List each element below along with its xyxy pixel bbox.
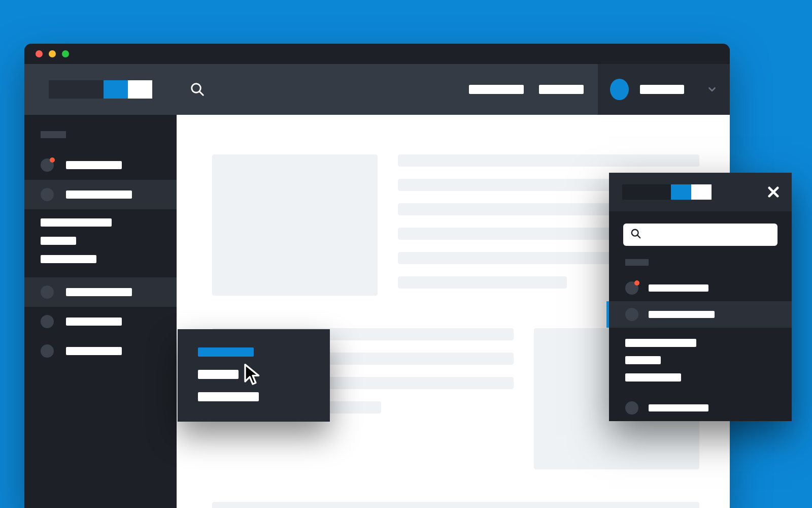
logo-segment-accent	[671, 184, 691, 200]
sidebar-item-label	[66, 190, 132, 199]
mini-panel-header	[609, 173, 792, 211]
mini-link[interactable]	[625, 373, 681, 382]
context-menu-item[interactable]	[198, 347, 254, 357]
header-bar	[24, 64, 730, 115]
avatar-icon	[625, 308, 638, 321]
chevron-down-icon	[706, 84, 718, 95]
titlebar	[24, 44, 730, 64]
logo[interactable]	[49, 80, 152, 99]
close-window-button[interactable]	[36, 50, 43, 57]
mini-panel-body	[609, 211, 792, 421]
sidebar-link[interactable]	[41, 237, 76, 245]
logo-cell	[24, 64, 177, 115]
sidebar-contact-2[interactable]	[24, 180, 177, 209]
text-line	[398, 276, 567, 289]
mini-panel	[609, 173, 792, 421]
sidebar-heading	[41, 131, 66, 138]
sidebar-contact-4[interactable]	[24, 307, 177, 336]
mini-search-input[interactable]	[623, 224, 777, 246]
logo-segment-accent	[104, 80, 128, 99]
user-avatar	[610, 79, 629, 100]
sidebar-link[interactable]	[41, 255, 96, 263]
zoom-window-button[interactable]	[62, 50, 69, 57]
mini-item-label	[649, 284, 708, 292]
avatar-icon	[41, 344, 54, 358]
avatar-icon	[41, 158, 54, 172]
context-menu-item[interactable]	[198, 370, 239, 379]
mini-item-label	[649, 404, 708, 411]
text-line	[398, 154, 699, 167]
logo-segment-dark	[622, 184, 671, 200]
search-icon	[630, 228, 641, 241]
context-menu	[178, 329, 330, 422]
sidebar-contact-1[interactable]	[24, 150, 177, 180]
sidebar-contact-5[interactable]	[24, 336, 177, 366]
svg-line-5	[637, 235, 640, 238]
mini-link[interactable]	[625, 339, 696, 347]
sidebar-contact-3[interactable]	[24, 277, 177, 307]
mini-contact-1[interactable]	[623, 275, 777, 301]
thumbnail-placeholder	[212, 154, 378, 296]
sidebar-item-label	[66, 347, 122, 355]
mini-contact-3[interactable]	[623, 395, 777, 421]
mini-heading	[625, 259, 649, 266]
logo-segment-light	[128, 80, 152, 99]
avatar-icon	[41, 285, 54, 299]
logo-segment-dark	[49, 80, 104, 99]
avatar-icon	[41, 188, 54, 201]
context-menu-item[interactable]	[198, 392, 259, 401]
avatar-icon	[625, 281, 638, 295]
mini-logo[interactable]	[622, 184, 712, 200]
sidebar-link[interactable]	[41, 218, 112, 227]
sidebar-item-label	[66, 161, 122, 169]
search-icon[interactable]	[190, 82, 205, 97]
svg-line-1	[199, 91, 203, 95]
header-main	[177, 64, 598, 115]
sidebar	[24, 115, 177, 508]
text-line	[212, 502, 699, 508]
mini-section	[623, 328, 777, 395]
mini-contact-2[interactable]	[609, 301, 792, 328]
user-menu[interactable]	[598, 64, 730, 115]
mini-item-label	[649, 311, 715, 318]
mini-link[interactable]	[625, 356, 661, 364]
user-name	[640, 85, 684, 94]
sidebar-item-label	[66, 288, 132, 296]
close-icon[interactable]	[766, 185, 781, 199]
header-nav-link-2[interactable]	[539, 85, 584, 94]
logo-segment-light	[691, 184, 712, 200]
minimize-window-button[interactable]	[49, 50, 56, 57]
avatar-icon	[41, 315, 54, 328]
sidebar-section	[24, 209, 177, 277]
sidebar-item-label	[66, 318, 122, 326]
paragraph	[212, 502, 699, 508]
avatar-icon	[625, 401, 638, 415]
header-nav-link-1[interactable]	[469, 85, 524, 94]
